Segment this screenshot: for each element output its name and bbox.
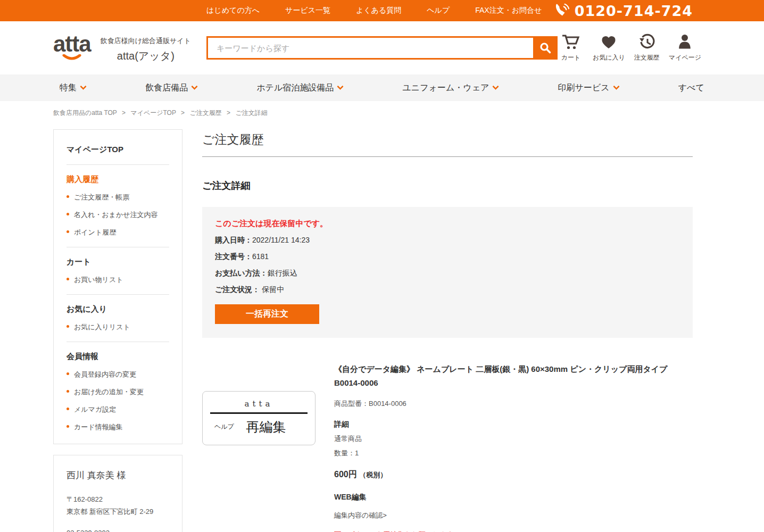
order-payment-method-row: お支払い方法：銀行振込 bbox=[215, 269, 680, 278]
bullet-icon bbox=[67, 425, 69, 428]
breadcrumb-mypage[interactable]: マイページTOP bbox=[130, 109, 176, 117]
sidebar-item-mypage-top[interactable]: マイページTOP bbox=[67, 145, 169, 155]
chevron-down-icon bbox=[80, 83, 87, 90]
site-header: atta 飲食店様向け総合通販サイト atta(アッタ) bbox=[0, 21, 764, 74]
page-title: ご注文履歴 bbox=[202, 129, 693, 157]
nav-label: ユニフォーム・ウェア bbox=[402, 82, 489, 94]
divider bbox=[67, 164, 169, 165]
sidebar-heading-purchase-history[interactable]: 購入履歴 bbox=[67, 174, 169, 185]
sidebar-item-point-history[interactable]: ポイント履歴 bbox=[67, 228, 169, 237]
sidebar: マイページTOP 購入履歴 ご注文履歴・帳票 名入れ・おまかせ注文内容 ポイント… bbox=[53, 129, 182, 532]
order-row-value: 銀行振込 bbox=[268, 269, 297, 277]
sidebar-item-label: お気に入りリスト bbox=[74, 322, 130, 332]
sidebar-item-label: ポイント履歴 bbox=[74, 228, 116, 237]
sidebar-item-address-edit[interactable]: お届け先の追加・変更 bbox=[67, 387, 169, 397]
product-thumbnail[interactable]: atta ヘルプ 再編集 bbox=[202, 391, 315, 445]
bullet-icon bbox=[67, 408, 69, 410]
nameplate-left-text: ヘルプ bbox=[214, 422, 234, 431]
order-row-label: ご注文状況： bbox=[215, 285, 260, 294]
cart-button[interactable]: カート bbox=[558, 34, 584, 62]
nav-label: すべて bbox=[678, 82, 704, 94]
link-faq[interactable]: よくある質問 bbox=[356, 6, 401, 15]
order-status-message: このご注文は現在保留中です。 bbox=[215, 219, 680, 229]
sidebar-item-label: お買い物リスト bbox=[74, 275, 123, 285]
nav-item-restaurant-equipment[interactable]: 飲食店備品 bbox=[145, 82, 197, 94]
order-row-value: 2022/11/21 14:23 bbox=[252, 236, 310, 244]
main-content: ご注文履歴 ご注文詳細 このご注文は現在保留中です。 購入日時：2022/11/… bbox=[202, 129, 693, 532]
price-value: 600円 bbox=[334, 470, 357, 479]
product-quantity: 数量：1 bbox=[334, 448, 693, 458]
nav-label: 特集 bbox=[60, 82, 77, 94]
product-model-number: 商品型番：B0014-0006 bbox=[334, 399, 693, 409]
nav-item-uniform-wear[interactable]: ユニフォーム・ウェア bbox=[402, 82, 498, 94]
order-row-value: 保留中 bbox=[260, 285, 284, 294]
sidebar-heading-favorites[interactable]: お気に入り bbox=[67, 304, 169, 314]
divider bbox=[67, 247, 169, 247]
sidebar-item-favorites-list[interactable]: お気に入りリスト bbox=[67, 322, 169, 332]
sidebar-heading-cart[interactable]: カート bbox=[67, 257, 169, 267]
phone-number-text: 0120-714-724 bbox=[575, 3, 693, 19]
breadcrumb-home[interactable]: 飲食店用品のatta TOP bbox=[53, 109, 117, 117]
link-first-time[interactable]: はじめての方へ bbox=[206, 6, 260, 15]
nav-item-all[interactable]: すべて bbox=[678, 82, 704, 94]
link-service-list[interactable]: サービス一覧 bbox=[285, 6, 330, 15]
reedit-warning-line1: 下のボタンから再編集をお願いします。 bbox=[334, 529, 693, 532]
order-history-button[interactable]: 注文履歴 bbox=[634, 34, 660, 62]
sidebar-item-order-history[interactable]: ご注文履歴・帳票 bbox=[67, 193, 169, 202]
model-label: 商品型番： bbox=[334, 400, 369, 408]
product-title[interactable]: 《自分でデータ編集》 ネームプレート 二層板(銀・黒) 60×30mm ピン・ク… bbox=[334, 362, 693, 390]
user-name: 西川 真奈美 様 bbox=[67, 469, 169, 481]
product-price: 600円 （税別） bbox=[334, 469, 693, 480]
logo-text: atta bbox=[53, 33, 91, 55]
nav-item-hotel-equipment[interactable]: ホテル宿泊施設備品 bbox=[256, 82, 343, 94]
nav-label: 印刷サービス bbox=[558, 82, 610, 94]
bullet-icon bbox=[67, 325, 69, 328]
bulk-reorder-button[interactable]: 一括再注文 bbox=[215, 304, 319, 324]
favorites-button[interactable]: お気に入り bbox=[593, 34, 625, 62]
order-purchase-date-row: 購入日時：2022/11/21 14:23 bbox=[215, 236, 680, 245]
chevron-down-icon bbox=[337, 83, 344, 90]
sidebar-item-card-edit[interactable]: カード情報編集 bbox=[67, 422, 169, 432]
site-tagline: 飲食店様向け総合通販サイト bbox=[101, 36, 191, 46]
link-fax-contact[interactable]: FAX注文・お問合せ bbox=[475, 6, 542, 15]
user-phone: 03-5229-8302 bbox=[67, 529, 169, 532]
link-help[interactable]: ヘルプ bbox=[427, 6, 450, 15]
search-bar bbox=[206, 36, 558, 60]
sidebar-menu-box: マイページTOP 購入履歴 ご注文履歴・帳票 名入れ・おまかせ注文内容 ポイント… bbox=[53, 129, 182, 444]
favorites-label: お気に入り bbox=[593, 53, 625, 62]
order-row-label: 注文番号： bbox=[215, 252, 252, 261]
sidebar-item-label: 会員登録内容の変更 bbox=[74, 370, 136, 379]
breadcrumb: 飲食店用品のatta TOP > マイページTOP > ご注文履歴 > ご注文詳… bbox=[53, 109, 764, 118]
nav-label: 飲食店備品 bbox=[145, 82, 188, 94]
nameplate-divider-line bbox=[210, 412, 308, 414]
cart-icon bbox=[561, 34, 580, 51]
sidebar-item-naire-order[interactable]: 名入れ・おまかせ注文内容 bbox=[67, 210, 169, 220]
breadcrumb-order-history[interactable]: ご注文履歴 bbox=[189, 109, 221, 117]
product-type: 通常商品 bbox=[334, 434, 693, 444]
product-block: atta ヘルプ 再編集 《自分でデータ編集》 ネームプレート 二層板(銀・黒)… bbox=[202, 361, 693, 532]
order-row-label: 購入日時： bbox=[215, 236, 252, 244]
mypage-button[interactable]: マイページ bbox=[669, 34, 701, 62]
price-tax-note: （税別） bbox=[359, 471, 387, 479]
sidebar-item-shopping-list[interactable]: お買い物リスト bbox=[67, 275, 169, 285]
top-utility-bar: はじめての方へ サービス一覧 よくある質問 ヘルプ FAX注文・お問合せ 012… bbox=[0, 0, 764, 21]
heart-icon bbox=[600, 34, 617, 51]
nav-label: ホテル宿泊施設備品 bbox=[256, 82, 334, 94]
atta-logo[interactable]: atta bbox=[53, 33, 91, 61]
sidebar-item-mailmag-settings[interactable]: メルマガ設定 bbox=[67, 405, 169, 414]
web-edit-heading: WEB編集 bbox=[334, 493, 693, 502]
top-utility-links: はじめての方へ サービス一覧 よくある質問 ヘルプ FAX注文・お問合せ bbox=[206, 6, 542, 15]
search-button[interactable] bbox=[533, 36, 558, 60]
model-value: B0014-0006 bbox=[369, 400, 406, 408]
edit-confirm-link[interactable]: 編集内容の確認> bbox=[334, 511, 693, 520]
sidebar-heading-member-info[interactable]: 会員情報 bbox=[67, 352, 169, 362]
nav-item-tokushu[interactable]: 特集 bbox=[60, 82, 86, 94]
search-input[interactable] bbox=[206, 36, 533, 60]
sidebar-item-member-edit[interactable]: 会員登録内容の変更 bbox=[67, 370, 169, 379]
sidebar-item-label: お届け先の追加・変更 bbox=[74, 387, 144, 397]
search-icon bbox=[539, 41, 552, 54]
nav-item-print-service[interactable]: 印刷サービス bbox=[558, 82, 619, 94]
sidebar-item-label: カード情報編集 bbox=[74, 422, 123, 432]
bullet-icon bbox=[67, 278, 69, 280]
sidebar-item-label: メルマガ設定 bbox=[74, 405, 116, 414]
